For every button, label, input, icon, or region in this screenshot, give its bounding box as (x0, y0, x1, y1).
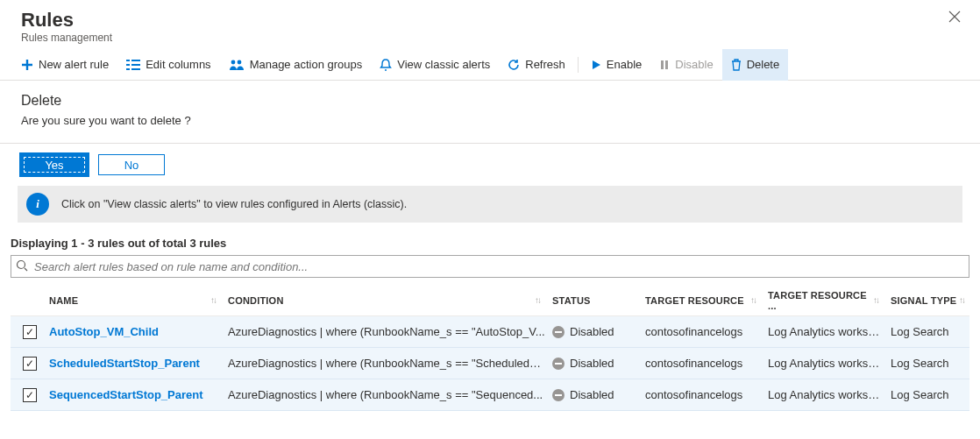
view-classic-alerts-label: View classic alerts (397, 58, 490, 71)
view-classic-alerts-button[interactable]: View classic alerts (371, 49, 499, 81)
svg-rect-0 (126, 60, 130, 61)
page-header: Rules Rules management (0, 0, 980, 49)
status-disabled-icon (552, 326, 565, 338)
delete-label: Delete (747, 58, 780, 71)
sort-icon: ↑↓ (210, 295, 221, 305)
command-bar: New alert rule Edit columns Manage actio… (0, 49, 980, 81)
col-header-target[interactable]: TARGET RESOURCE↑↓ (645, 295, 768, 306)
rules-table: NAME↑↓ CONDITION↑↓ STATUS TARGET RESOURC… (0, 285, 980, 411)
manage-action-groups-label: Manage action groups (250, 58, 363, 71)
rule-target-type: Log Analytics worksp... (768, 325, 891, 338)
sort-icon: ↑↓ (535, 295, 545, 305)
manage-action-groups-button[interactable]: Manage action groups (220, 49, 372, 81)
table-row[interactable]: SequencedStartStop_Parent AzureDiagnosti… (11, 379, 969, 411)
svg-rect-5 (131, 68, 140, 70)
col-header-condition[interactable]: CONDITION↑↓ (228, 295, 552, 306)
edit-columns-label: Edit columns (146, 58, 210, 71)
delete-button[interactable]: Delete (722, 49, 789, 81)
refresh-icon (508, 59, 520, 71)
svg-point-11 (18, 261, 25, 269)
page-subtitle: Rules management (21, 32, 112, 44)
dialog-buttons: Yes No (0, 144, 980, 186)
search-input[interactable] (11, 255, 969, 278)
row-checkbox[interactable] (23, 325, 37, 339)
close-icon (948, 11, 961, 23)
rule-target: contosofinancelogs (645, 357, 768, 370)
rule-status: Disabled (570, 357, 614, 370)
rule-signal-type: Log Search (891, 357, 969, 370)
play-icon (591, 60, 601, 70)
svg-point-8 (385, 69, 387, 71)
new-alert-rule-button[interactable]: New alert rule (12, 49, 117, 81)
col-header-target-type[interactable]: TARGET RESOURCE ...↑↓ (768, 290, 891, 311)
plus-icon (21, 59, 33, 71)
rule-name-link[interactable]: ScheduledStartStop_Parent (49, 357, 200, 370)
row-checkbox[interactable] (23, 388, 37, 402)
toolbar-separator (578, 57, 579, 73)
svg-rect-2 (126, 68, 130, 70)
svg-rect-1 (126, 64, 130, 66)
sort-icon: ↑↓ (750, 295, 761, 305)
rule-condition: AzureDiagnostics | where (RunbookName_s … (228, 325, 552, 338)
col-header-name[interactable]: NAME↑↓ (49, 295, 228, 306)
new-alert-rule-label: New alert rule (39, 58, 109, 71)
dialog-title: Delete (21, 93, 959, 109)
trash-icon (731, 59, 742, 71)
col-header-signal-type[interactable]: SIGNAL TYPE↑↓ (891, 295, 969, 306)
svg-rect-9 (661, 60, 664, 69)
enable-label: Enable (607, 58, 642, 71)
col-header-status[interactable]: STATUS (552, 295, 645, 306)
rule-target: contosofinancelogs (645, 325, 768, 338)
yes-button[interactable]: Yes (21, 154, 88, 175)
pause-icon (659, 60, 670, 70)
people-icon (229, 59, 245, 71)
refresh-button[interactable]: Refresh (499, 49, 574, 81)
rule-signal-type: Log Search (891, 388, 969, 401)
row-checkbox[interactable] (23, 357, 37, 371)
delete-confirm-panel: Delete Are you sure you want to delete ? (0, 81, 980, 144)
no-button[interactable]: No (98, 154, 165, 175)
info-banner-text: Click on "View classic alerts" to view r… (61, 198, 407, 210)
dialog-message: Are you sure you want to delete ? (21, 114, 959, 127)
svg-rect-10 (665, 60, 668, 69)
close-button[interactable] (945, 9, 964, 25)
edit-columns-button[interactable]: Edit columns (117, 49, 219, 81)
refresh-label: Refresh (525, 58, 565, 71)
svg-point-6 (231, 60, 235, 64)
rule-status: Disabled (570, 325, 614, 338)
columns-icon (126, 59, 140, 71)
svg-point-7 (237, 60, 241, 64)
page-title: Rules (21, 9, 112, 32)
rule-signal-type: Log Search (891, 325, 969, 338)
rule-target: contosofinancelogs (645, 388, 768, 401)
table-row[interactable]: ScheduledStartStop_Parent AzureDiagnosti… (11, 348, 969, 379)
search-icon (16, 259, 28, 272)
rule-status: Disabled (570, 388, 614, 401)
rule-name-link[interactable]: SequencedStartStop_Parent (49, 388, 203, 401)
table-row[interactable]: AutoStop_VM_Child AzureDiagnostics | whe… (11, 316, 969, 348)
svg-rect-3 (131, 60, 140, 61)
search-wrap (11, 255, 969, 278)
rule-condition: AzureDiagnostics | where (RunbookName_s … (228, 357, 552, 370)
table-header: NAME↑↓ CONDITION↑↓ STATUS TARGET RESOURC… (11, 285, 969, 316)
results-count: Displaying 1 - 3 rules out of total 3 ru… (0, 237, 980, 255)
rule-name-link[interactable]: AutoStop_VM_Child (49, 325, 159, 338)
rule-condition: AzureDiagnostics | where (RunbookName_s … (228, 388, 552, 401)
sort-icon: ↑↓ (959, 295, 969, 305)
rule-target-type: Log Analytics worksp... (768, 357, 891, 370)
info-icon: i (26, 193, 49, 216)
bell-icon (380, 59, 392, 71)
disable-label: Disable (675, 58, 713, 71)
status-disabled-icon (552, 389, 565, 401)
svg-rect-4 (131, 64, 140, 66)
info-banner: i Click on "View classic alerts" to view… (18, 186, 962, 223)
status-disabled-icon (552, 358, 565, 370)
rule-target-type: Log Analytics worksp... (768, 388, 891, 401)
sort-icon: ↑↓ (873, 295, 884, 305)
disable-button: Disable (650, 49, 721, 81)
enable-button[interactable]: Enable (582, 49, 650, 81)
